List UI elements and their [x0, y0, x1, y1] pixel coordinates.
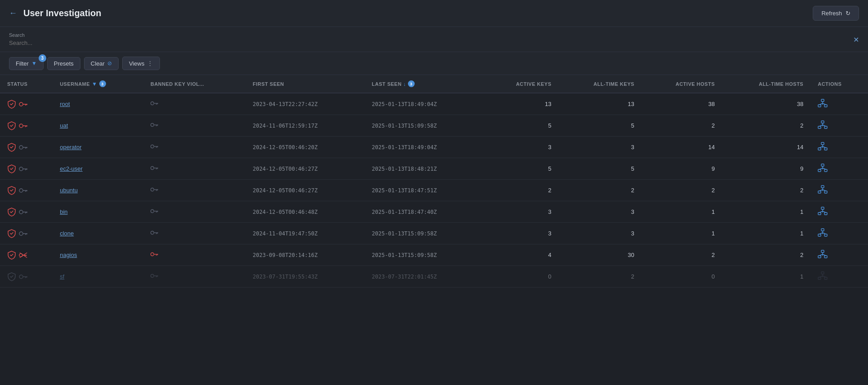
col-status: STATUS [0, 75, 53, 93]
key-icon [19, 251, 28, 260]
alltime-keys-cell-0: 13 [558, 93, 642, 115]
alltime-keys-cell-7: 30 [558, 244, 642, 266]
alltime-keys-cell-1: 5 [558, 115, 642, 137]
actions-cell-5[interactable] [810, 201, 868, 223]
actions-cell-7[interactable] [810, 244, 868, 266]
col-active-keys: ACTIVE KEYS [484, 75, 559, 93]
back-button[interactable]: ← [9, 9, 17, 18]
actions-cell-1[interactable] [810, 115, 868, 137]
actions-cell-3[interactable] [810, 158, 868, 180]
table-row: uat 2024-11-06T12:59:17Z 2025-01-13T15:0… [0, 115, 868, 137]
username-cell-7[interactable]: nagios [53, 244, 143, 266]
username-cell-2[interactable]: operator [53, 137, 143, 158]
network-action-icon[interactable] [818, 253, 828, 260]
search-input-wrap [9, 40, 859, 46]
svg-point-70 [19, 210, 23, 214]
status-cell-1 [0, 115, 53, 137]
shield-icon [7, 186, 16, 195]
table-row: ubuntu 2024-12-05T00:46:27Z 2025-01-13T1… [0, 180, 868, 201]
alltime-keys-cell-5: 3 [558, 201, 642, 223]
search-close-button[interactable]: ✕ [853, 35, 859, 44]
svg-rect-94 [824, 234, 827, 236]
close-icon: ✕ [853, 35, 859, 43]
presets-button[interactable]: Presets [47, 57, 80, 70]
search-area: Search ✕ [0, 27, 868, 52]
banned-key-icon [151, 252, 159, 259]
svg-rect-64 [821, 186, 824, 188]
active-keys-cell-8: 0 [484, 266, 559, 288]
network-action-icon[interactable] [818, 232, 828, 239]
status-cell-4 [0, 180, 53, 201]
table-container: STATUS USERNAME ▼ 3 BANNED KEY VIOL... F… [0, 75, 868, 288]
svg-rect-79 [818, 212, 821, 215]
svg-rect-36 [821, 142, 824, 145]
views-button[interactable]: Views ⋮ [122, 57, 160, 70]
actions-cell-4[interactable] [810, 180, 868, 201]
username-cell-8[interactable]: sf [53, 266, 143, 288]
first-seen-cell-2: 2024-12-05T00:46:20Z [245, 137, 364, 158]
svg-line-69 [823, 190, 826, 191]
svg-point-32 [151, 145, 154, 148]
active-keys-cell-2: 3 [484, 137, 559, 158]
col-username[interactable]: USERNAME ▼ 3 [53, 75, 143, 93]
status-cell-8 [0, 266, 53, 288]
active-hosts-cell-7: 2 [642, 244, 722, 266]
table-row: root 2023-04-13T22:27:42Z 2025-01-13T18:… [0, 93, 868, 115]
banned-key-cell-5 [143, 201, 245, 223]
svg-line-96 [819, 233, 823, 234]
svg-line-13 [823, 103, 826, 105]
network-action-icon[interactable] [818, 189, 828, 195]
actions-cell-2[interactable] [810, 137, 868, 158]
active-hosts-cell-0: 38 [642, 93, 722, 115]
filter-label: Filter [16, 60, 29, 67]
banned-key-cell-7 [143, 244, 245, 266]
table-row: bin 2024-12-05T00:46:48Z 2025-01-13T18:4… [0, 201, 868, 223]
active-hosts-cell-3: 9 [642, 158, 722, 180]
col-last-seen[interactable]: LAST SEEN ↓ 3 [365, 75, 484, 93]
table-row: ec2-user 2024-12-05T00:46:27Z 2025-01-13… [0, 158, 868, 180]
key-icon [19, 186, 28, 195]
clear-icon: ⊘ [107, 60, 112, 66]
clear-button[interactable]: Clear ⊘ [84, 57, 119, 70]
shield-icon [7, 229, 16, 238]
username-cell-0[interactable]: root [53, 93, 143, 115]
col-alltime-keys: ALL-TIME KEYS [558, 75, 642, 93]
alltime-keys-cell-3: 5 [558, 158, 642, 180]
username-cell-4[interactable]: ubuntu [53, 180, 143, 201]
username-cell-6[interactable]: clone [53, 223, 143, 244]
active-keys-cell-7: 4 [484, 244, 559, 266]
col-banned-key: BANNED KEY VIOL... [143, 75, 245, 93]
active-hosts-cell-2: 14 [642, 137, 722, 158]
active-hosts-cell-4: 2 [642, 180, 722, 201]
banned-key-icon [151, 101, 159, 108]
active-keys-cell-6: 3 [484, 223, 559, 244]
alltime-hosts-cell-1: 2 [722, 115, 810, 137]
network-action-icon[interactable] [818, 167, 828, 174]
svg-point-18 [151, 124, 154, 127]
last-seen-cell-7: 2025-01-13T15:09:58Z [365, 244, 484, 266]
network-action-icon[interactable] [818, 102, 828, 109]
banned-key-icon [151, 187, 159, 194]
refresh-button[interactable]: Refresh ↻ [813, 6, 859, 21]
network-action-icon[interactable] [818, 275, 828, 282]
actions-cell-6[interactable] [810, 223, 868, 244]
network-action-icon[interactable] [818, 210, 828, 217]
svg-rect-80 [824, 212, 827, 215]
alltime-hosts-cell-2: 14 [722, 137, 810, 158]
last-seen-cell-3: 2025-01-13T18:48:21Z [365, 158, 484, 180]
last-seen-cell-2: 2025-01-13T18:49:04Z [365, 137, 484, 158]
network-action-icon[interactable] [818, 124, 828, 131]
username-cell-1[interactable]: uat [53, 115, 143, 137]
search-input[interactable] [9, 40, 859, 46]
network-action-icon[interactable] [818, 146, 828, 152]
actions-cell-0[interactable] [810, 93, 868, 115]
filter-button[interactable]: Filter ▼ 3 [9, 57, 44, 70]
svg-point-28 [19, 146, 23, 149]
active-keys-cell-5: 3 [484, 201, 559, 223]
actions-cell-8[interactable] [810, 266, 868, 288]
username-cell-3[interactable]: ec2-user [53, 158, 143, 180]
svg-rect-24 [824, 126, 827, 128]
header: ← User Investigation Refresh ↻ [0, 0, 868, 27]
svg-rect-65 [818, 191, 821, 193]
username-cell-5[interactable]: bin [53, 201, 143, 223]
